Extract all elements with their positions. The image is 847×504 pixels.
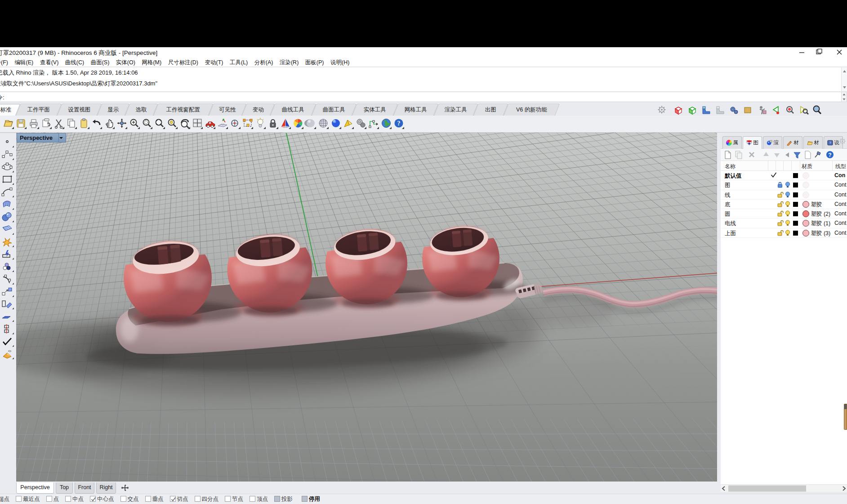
svg-text:?: ? (828, 152, 831, 158)
svg-text:?: ? (397, 120, 401, 127)
svg-text:?: ? (829, 141, 831, 145)
